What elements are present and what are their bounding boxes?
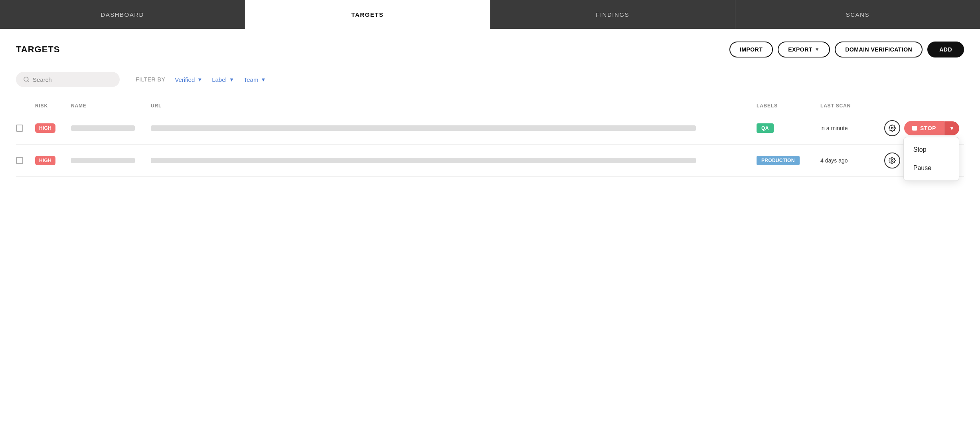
row2-url [151, 158, 757, 163]
svg-point-3 [891, 160, 893, 162]
row1-labels: QA [757, 123, 820, 133]
stop-dropdown-menu: Stop Pause [903, 137, 959, 181]
svg-line-1 [28, 81, 29, 82]
page-header: TARGETS IMPORT EXPORT ▼ DOMAIN VERIFICAT… [16, 42, 964, 57]
filter-verified[interactable]: Verified ▼ [175, 76, 202, 83]
domain-verification-button[interactable]: DOMAIN VERIFICATION [835, 42, 923, 57]
row2-name [71, 158, 151, 163]
row1-actions: STOP ▼ Stop Pause [884, 120, 964, 136]
main-content: TARGETS IMPORT EXPORT ▼ DOMAIN VERIFICAT… [0, 29, 980, 428]
row2-label-badge: PRODUCTION [757, 156, 800, 165]
row2-last-scan-text: 4 days ago [820, 157, 848, 164]
import-button[interactable]: IMPORT [729, 42, 773, 57]
row2-risk: HIGH [35, 156, 71, 165]
row2-gear-button[interactable] [884, 153, 900, 168]
col-last-scan: LAST SCAN [820, 103, 884, 109]
row2-checkbox-cell [16, 157, 35, 164]
team-chevron-icon: ▼ [261, 77, 266, 83]
dropdown-pause-item[interactable]: Pause [904, 159, 959, 177]
label-chevron-icon: ▼ [229, 77, 234, 83]
row1-stop-button-group: STOP ▼ Stop Pause [904, 121, 959, 135]
row1-last-scan-text: in a minute [820, 125, 848, 131]
col-labels: LABELS [757, 103, 820, 109]
row2-labels: PRODUCTION [757, 156, 820, 165]
col-actions [884, 103, 964, 109]
tab-scans[interactable]: SCANS [735, 0, 980, 29]
row2-checkbox[interactable] [16, 157, 23, 164]
row2-name-blurred [71, 158, 135, 163]
row2-url-blurred [151, 158, 696, 163]
gear-icon [889, 125, 896, 132]
tab-dashboard[interactable]: DASHBOARD [0, 0, 245, 29]
search-icon [23, 76, 30, 83]
row1-gear-button[interactable] [884, 120, 900, 136]
filter-by-label: FILTER BY [136, 76, 165, 83]
dropdown-stop-item[interactable]: Stop [904, 141, 959, 159]
row1-risk-badge: HIGH [35, 123, 55, 133]
row2-risk-badge: HIGH [35, 156, 55, 165]
tab-findings[interactable]: FINDINGS [490, 0, 735, 29]
row1-checkbox[interactable] [16, 125, 23, 132]
row1-url-blurred [151, 125, 696, 131]
export-button[interactable]: EXPORT ▼ [778, 42, 830, 57]
row1-label-badge: QA [757, 123, 774, 133]
stop-icon [912, 126, 917, 131]
row1-risk: HIGH [35, 123, 71, 133]
add-button[interactable]: ADD [927, 42, 964, 57]
col-risk: RISK [35, 103, 71, 109]
gear-icon [889, 157, 896, 164]
stop-dropdown-chevron-icon: ▼ [949, 125, 954, 131]
row1-url [151, 125, 757, 131]
row1-name [71, 125, 151, 131]
row1-last-scan: in a minute [820, 125, 884, 132]
filter-row: FILTER BY Verified ▼ Label ▼ Team ▼ [16, 72, 964, 87]
table-header: RISK NAME URL LABELS LAST SCAN [16, 100, 964, 112]
header-actions: IMPORT EXPORT ▼ DOMAIN VERIFICATION ADD [729, 42, 964, 57]
row1-stop-chevron-button[interactable]: ▼ [944, 121, 959, 135]
table-row: HIGH QA in a minute STOP [16, 112, 964, 145]
filter-team[interactable]: Team ▼ [244, 76, 266, 83]
search-input[interactable] [33, 76, 113, 83]
row2-last-scan: 4 days ago [820, 157, 884, 164]
top-navigation: DASHBOARD TARGETS FINDINGS SCANS [0, 0, 980, 29]
tab-targets[interactable]: TARGETS [245, 0, 490, 29]
filter-label[interactable]: Label ▼ [212, 76, 234, 83]
verified-chevron-icon: ▼ [197, 77, 202, 83]
table-row: HIGH PRODUCTION 4 days ago [16, 145, 964, 177]
row1-checkbox-cell [16, 125, 35, 132]
row1-stop-main-button[interactable]: STOP [904, 121, 944, 135]
row1-name-blurred [71, 125, 135, 131]
col-name: NAME [71, 103, 151, 109]
export-chevron-icon: ▼ [815, 47, 820, 52]
page-title: TARGETS [16, 44, 60, 55]
col-checkbox [16, 103, 35, 109]
search-wrapper [16, 72, 120, 87]
col-url: URL [151, 103, 757, 109]
svg-point-2 [891, 127, 893, 129]
